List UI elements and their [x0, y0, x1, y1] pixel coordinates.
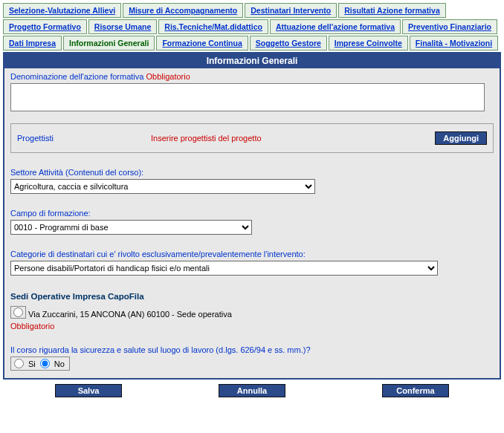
tab-informazioni-generali[interactable]: Informazioni Generali	[63, 36, 155, 51]
tab-row-3: Dati Impresa Informazioni Generali Forma…	[3, 36, 501, 51]
tab-finalita-motivazioni[interactable]: Finalità - Motivazioni	[410, 36, 498, 51]
tab-soggetto-gestore[interactable]: Soggetto Gestore	[250, 36, 327, 51]
tab-risultati-azione[interactable]: Risultati Azione formativa	[338, 3, 446, 18]
denominazione-required: Obbligatorio	[146, 72, 190, 81]
sicurezza-si-radio[interactable]	[14, 359, 24, 368]
tab-selezione-valutazione[interactable]: Selezione-Valutazione Allievi	[3, 3, 121, 18]
tab-progetto-formativo[interactable]: Progetto Formativo	[3, 19, 87, 34]
tab-imprese-coinvolte[interactable]: Imprese Coinvolte	[329, 36, 408, 51]
tab-formazione-continua[interactable]: Formazione Continua	[156, 36, 248, 51]
settore-label: Settore Attività (Contenuti del corso):	[10, 168, 494, 177]
sicurezza-si-label: Si	[28, 359, 36, 368]
sede-radio-1[interactable]	[13, 307, 23, 317]
categorie-select[interactable]: Persone disabili/Portatori di handicap f…	[10, 261, 438, 276]
sede-text-1: Via Zuccarini, 15 ANCONA (AN) 60100 - Se…	[28, 310, 232, 319]
settore-select[interactable]: Agricoltura, caccia e silvicoltura	[10, 179, 315, 194]
progettisti-hint: Inserire progettisti del progetto	[151, 134, 435, 143]
sicurezza-no-label: No	[54, 359, 65, 368]
sicurezza-label: Il corso riguarda la sicurezza e salute …	[10, 345, 494, 354]
campo-select[interactable]: 0010 - Programmi di base	[10, 220, 252, 235]
aggiungi-button[interactable]: Aggiungi	[435, 131, 487, 145]
categorie-label: Categorie di destinatari cui e' rivolto …	[10, 250, 494, 258]
tab-row-2: Progetto Formativo Risorse Umane Ris.Tec…	[3, 19, 501, 34]
tab-row-1: Selezione-Valutazione Allievi Misure di …	[3, 3, 501, 18]
progettisti-box: Progettisti Inserire progettisti del pro…	[10, 123, 494, 153]
tab-ris-tecniche[interactable]: Ris.Tecniche/Mat.didattico	[158, 19, 268, 34]
sede-row-1: Via Zuccarini, 15 ANCONA (AN) 60100 - Se…	[10, 304, 494, 319]
conferma-button[interactable]: Conferma	[382, 384, 449, 397]
tab-destinatari-intervento[interactable]: Destinatari Intervento	[245, 3, 337, 18]
denominazione-label-row: Denominazione dell'azione formativa Obbl…	[10, 72, 494, 81]
campo-label: Campo di formazione:	[10, 209, 494, 218]
sicurezza-no-radio[interactable]	[40, 359, 50, 368]
tab-misure-accompagnamento[interactable]: Misure di Accompagnamento	[123, 3, 243, 18]
sedi-title: Sedi Operative Impresa CapoFila	[10, 292, 494, 301]
salva-button[interactable]: Salva	[55, 384, 122, 397]
bottom-button-bar: Salva Annulla Conferma	[3, 380, 501, 397]
tab-preventivo-finanziario[interactable]: Preventivo Finanziario	[402, 19, 497, 34]
denominazione-label: Denominazione dell'azione formativa	[10, 72, 143, 81]
annulla-button[interactable]: Annulla	[219, 384, 285, 397]
denominazione-textarea[interactable]	[10, 83, 485, 111]
tab-attuazione-azione[interactable]: Attuazione dell'azione formativa	[270, 19, 401, 34]
tab-risorse-umane[interactable]: Risorse Umane	[88, 19, 157, 34]
panel-title: Informazioni Generali	[4, 53, 500, 68]
sedi-required: Obbligatorio	[10, 322, 494, 331]
tab-dati-impresa[interactable]: Dati Impresa	[3, 36, 62, 51]
panel-informazioni-generali: Informazioni Generali Denominazione dell…	[3, 52, 501, 380]
progettisti-label: Progettisti	[17, 134, 151, 143]
sicurezza-radio-group: Si No	[10, 357, 70, 371]
